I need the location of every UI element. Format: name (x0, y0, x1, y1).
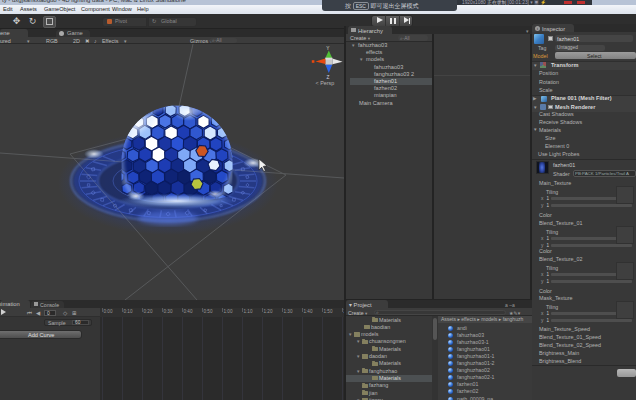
svg-text:< Persp: < Persp (316, 80, 335, 86)
